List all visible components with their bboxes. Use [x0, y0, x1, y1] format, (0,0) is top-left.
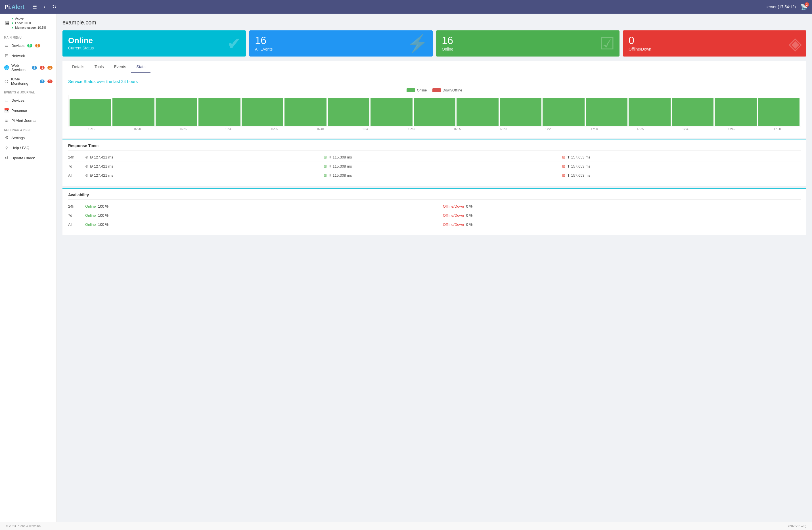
legend-online: Online: [407, 88, 427, 92]
sidebar: 🖥 ● Active ● Load: 0 0 0 ● Memory usage:…: [0, 14, 57, 522]
webservices-badge-blue: 2: [32, 66, 37, 70]
sidebar-item-icmp[interactable]: ◎ ICMP Monitoring 2 1: [0, 74, 57, 88]
rt-row-all: All ⊘ Ø 127.421 ms ⊞ ⬇ 115.308 ms ⊟ ⬆ 15…: [68, 171, 801, 180]
help-label: Help / FAQ: [11, 146, 30, 150]
journal-label: Pi.Alert Journal: [11, 118, 37, 123]
avail-online-24h: Online 100 %: [85, 204, 443, 209]
stat-icon-events: ⚡: [407, 33, 428, 54]
response-time-title: Response Time:: [68, 140, 801, 151]
sidebar-item-presence[interactable]: 📅 Presence: [0, 105, 57, 116]
sidebar-item-update[interactable]: ↺ Update Check: [0, 153, 57, 163]
chart-label-item: 16:45: [344, 128, 388, 131]
chart-legend: Online Down/Offline: [68, 88, 801, 92]
stat-icon-offline: ◈: [789, 33, 802, 53]
tab-events[interactable]: Events: [109, 61, 131, 73]
tab-details[interactable]: Details: [67, 61, 89, 73]
events-label: EVENTS & JOURNAL: [0, 88, 57, 95]
chart-bar: [371, 98, 412, 126]
sidebar-item-settings[interactable]: ⚙ Settings: [0, 133, 57, 143]
avail-row-24h: 24h Online 100 % Offline/Down 0 %: [68, 202, 801, 211]
chart-bar: [456, 98, 498, 126]
footer: © 2023 Puche & leiweibau (2023-11-28): [0, 522, 812, 530]
avail-online-all: Online 100 %: [85, 223, 443, 227]
legend-offline: Down/Offline: [432, 88, 462, 92]
devices-badge-green: 5: [27, 44, 32, 47]
sidebar-item-journal[interactable]: ≡ Pi.Alert Journal: [0, 116, 57, 126]
tab-tools[interactable]: Tools: [89, 61, 109, 73]
avail-online-7d: Online 100 %: [85, 213, 443, 218]
legend-online-label: Online: [417, 88, 427, 92]
rt-period-all: All: [68, 173, 85, 177]
evt-devices-icon: ▭: [4, 98, 9, 103]
active-label: Active: [15, 17, 24, 20]
sidebar-item-devices[interactable]: ▭ Devices 5 1: [0, 40, 57, 51]
rt-max-7d: ⊟ ⬆ 157.653 ms: [562, 164, 801, 169]
sidebar-item-web-services[interactable]: 🌐 Web Services 2 1 1: [0, 61, 57, 74]
footer-left: © 2023 Puche & leiweibau: [6, 524, 42, 528]
stat-label-status: Current Status: [68, 46, 94, 50]
stat-number-online: 16: [442, 35, 453, 46]
chart-label-item: 16:15: [69, 128, 114, 131]
avg-icon-24h: ⊘: [85, 155, 88, 159]
rt-avg-7d: ⊘ Ø 127.421 ms: [85, 164, 324, 169]
chart-bar: [628, 98, 670, 126]
rt-min-24h: ⊞ ⬇ 115.308 ms: [324, 155, 562, 159]
chart-label-item: 17:45: [709, 128, 754, 131]
topnav-icons: ☰ ‹ ↻: [31, 2, 58, 11]
rt-row-7d: 7d ⊘ Ø 127.421 ms ⊞ ⬇ 115.308 ms ⊟ ⬆ 157…: [68, 162, 801, 171]
min-icon-all: ⊞: [324, 173, 327, 177]
avail-period-7d: 7d: [68, 213, 85, 218]
tab-stats[interactable]: Stats: [131, 61, 150, 73]
availability-section: Availability 24h Online 100 % Offline/Do…: [62, 188, 806, 235]
chart-bar: [242, 98, 284, 126]
avail-offline-7d: Offline/Down 0 %: [443, 213, 801, 218]
chart-bar: [285, 98, 326, 126]
avail-row-7d: 7d Online 100 % Offline/Down 0 %: [68, 211, 801, 220]
avg-icon-7d: ⊘: [85, 164, 88, 169]
availability-title: Availability: [68, 189, 801, 200]
avail-period-24h: 24h: [68, 204, 85, 209]
journal-icon: ≡: [4, 118, 9, 123]
notification-button[interactable]: 📡 2: [800, 3, 808, 10]
server-info: server (17:54:12): [766, 4, 796, 9]
refresh-button[interactable]: ↻: [51, 2, 58, 11]
main-menu-label: MAIN MENU: [0, 33, 57, 40]
topnav: Pi.Alert ☰ ‹ ↻ server (17:54:12) 📡 2: [0, 0, 812, 14]
chart-label-item: 17:25: [526, 128, 571, 131]
webservices-icon: 🌐: [4, 65, 9, 70]
topnav-right: server (17:54:12) 📡 2: [766, 3, 808, 10]
chart-bar: [715, 98, 756, 126]
rt-max-24h: ⊟ ⬆ 157.653 ms: [562, 155, 801, 159]
back-button[interactable]: ‹: [43, 3, 46, 11]
chart-labels: 16:1516:2016:2516:3016:3516:4016:4516:50…: [68, 126, 801, 131]
stat-number-offline: 0: [628, 35, 651, 46]
footer-right: (2023-11-28): [788, 524, 806, 528]
chart-label-item: 16:25: [161, 128, 205, 131]
chart-label-item: 16:35: [252, 128, 297, 131]
max-icon-24h: ⊟: [562, 155, 565, 159]
sidebar-item-help[interactable]: ? Help / FAQ: [0, 143, 57, 153]
settings-icon: ⚙: [4, 135, 9, 140]
chart-label-item: 17:40: [664, 128, 708, 131]
chart-bar: [672, 98, 713, 126]
stat-card-left-events: 16 All Events: [255, 35, 273, 52]
tabs-row: Details Tools Events Stats: [62, 61, 806, 73]
stat-label-offline: Offline/Down: [628, 47, 651, 52]
legend-offline-label: Down/Offline: [443, 88, 462, 92]
rt-period-7d: 7d: [68, 164, 85, 169]
memory-dot: ●: [11, 26, 13, 30]
chart-label-item: 17:50: [755, 128, 799, 131]
avail-period-all: All: [68, 223, 85, 227]
sidebar-item-evt-devices[interactable]: ▭ Devices: [0, 95, 57, 105]
rt-avg-24h: ⊘ Ø 127.421 ms: [85, 155, 324, 159]
sidebar-item-network[interactable]: ⊟ Network: [0, 51, 57, 61]
stat-card-left-online: 16 Online: [442, 35, 453, 52]
chart-label-item: 17:35: [618, 128, 662, 131]
menu-button[interactable]: ☰: [31, 2, 38, 11]
settings-label-item: Settings: [11, 136, 25, 140]
page-title: example.com: [62, 19, 806, 26]
stat-number-status: Online: [68, 37, 94, 45]
load-label: Load: 0 0 0: [15, 21, 31, 25]
icmp-icon: ◎: [4, 79, 9, 84]
min-icon-24h: ⊞: [324, 155, 327, 159]
